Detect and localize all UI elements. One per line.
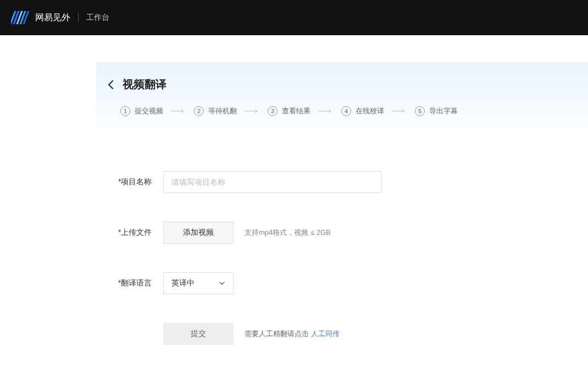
step-arrow-icon — [171, 109, 186, 113]
logo[interactable]: 网易见外 — [11, 10, 70, 25]
page-title: 视频翻译 — [123, 77, 167, 92]
step-label: 提交视频 — [135, 106, 163, 116]
step-label: 在线校译 — [356, 106, 384, 116]
submit-button[interactable]: 提交 — [163, 323, 234, 345]
step-2: 2 等待机翻 — [194, 106, 237, 116]
step-number: 3 — [268, 106, 278, 116]
chevron-down-icon — [219, 280, 225, 287]
label-project-name: *项目名称 — [118, 177, 163, 187]
label-upload: *上传文件 — [118, 228, 163, 238]
step-arrow-icon — [245, 109, 260, 113]
step-label: 等待机翻 — [208, 106, 237, 116]
brand-name: 网易见外 — [35, 12, 70, 24]
panel: 视频翻译 1 提交视频 2 等待机翻 3 查看结果 — [96, 63, 588, 345]
step-4: 4 在线校译 — [341, 106, 384, 116]
topbar: 网易见外 工作台 — [0, 0, 588, 35]
project-name-input[interactable] — [163, 171, 382, 193]
back-icon[interactable] — [106, 80, 116, 90]
upload-hint: 支持mp4格式，视频 ≤ 2GB — [245, 228, 331, 238]
language-selected: 英译中 — [171, 278, 195, 288]
header-divider — [78, 13, 79, 22]
step-number: 4 — [341, 106, 351, 116]
add-video-button[interactable]: 添加视频 — [163, 222, 234, 244]
step-number: 2 — [194, 106, 204, 116]
step-3: 3 查看结果 — [268, 106, 310, 116]
step-5: 5 导出字幕 — [415, 106, 458, 116]
steps-bar: 1 提交视频 2 等待机翻 3 查看结果 4 在线校译 — [120, 106, 572, 116]
row-submit: 提交 需要人工精翻请点击 人工同传 — [163, 323, 588, 345]
step-arrow-icon — [392, 109, 407, 113]
label-language: *翻译语言 — [118, 278, 163, 288]
submit-hint-text: 需要人工精翻请点击 — [245, 329, 311, 338]
step-1: 1 提交视频 — [120, 106, 163, 116]
human-translation-link[interactable]: 人工同传 — [311, 329, 340, 338]
step-label: 导出字幕 — [429, 106, 458, 116]
page: 视频翻译 1 提交视频 2 等待机翻 3 查看结果 — [0, 63, 588, 345]
row-project-name: *项目名称 — [118, 171, 588, 193]
logo-icon — [11, 10, 31, 25]
panel-header: 视频翻译 1 提交视频 2 等待机翻 3 查看结果 — [96, 63, 588, 144]
step-arrow-icon — [318, 109, 334, 113]
step-number: 5 — [415, 106, 425, 116]
step-label: 查看结果 — [282, 106, 310, 116]
submit-hint: 需要人工精翻请点击 人工同传 — [245, 329, 340, 339]
workspace-label[interactable]: 工作台 — [86, 13, 109, 23]
row-upload: *上传文件 添加视频 支持mp4格式，视频 ≤ 2GB — [118, 222, 588, 244]
language-select[interactable]: 英译中 — [163, 272, 234, 294]
step-number: 1 — [120, 106, 130, 116]
title-row: 视频翻译 — [106, 77, 572, 92]
row-language: *翻译语言 英译中 — [118, 272, 588, 294]
form: *项目名称 *上传文件 添加视频 支持mp4格式，视频 ≤ 2GB *翻译语言 … — [96, 144, 588, 345]
